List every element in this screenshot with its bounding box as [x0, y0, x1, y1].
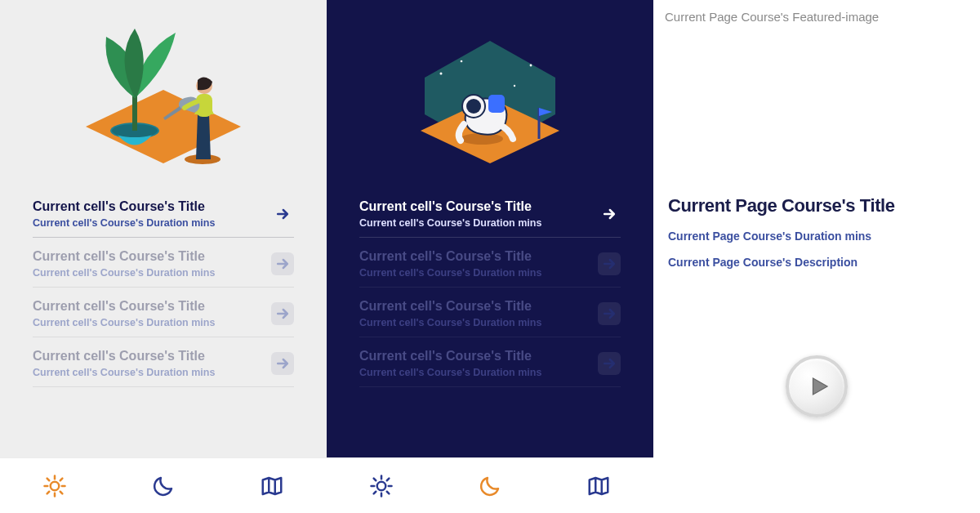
tab-map[interactable]: [258, 472, 286, 500]
svg-line-35: [386, 478, 389, 480]
tab-moon[interactable]: [149, 472, 177, 500]
course-list-light: Current cell's Course's Title Current ce…: [0, 188, 327, 457]
svg-point-26: [466, 99, 481, 114]
svg-line-32: [373, 478, 376, 480]
course-title: Current cell's Course's Title: [359, 349, 541, 364]
course-title: Current cell's Course's Title: [33, 349, 215, 364]
svg-line-12: [47, 478, 49, 480]
svg-line-34: [373, 491, 376, 493]
course-row[interactable]: Current cell's Course's Title Current ce…: [33, 238, 294, 288]
tab-sun[interactable]: [41, 472, 69, 500]
play-button[interactable]: [786, 355, 848, 417]
tab-bar: [327, 457, 653, 513]
panel-light: Current cell's Course's Title Current ce…: [0, 0, 327, 513]
arrow-right-icon[interactable]: [271, 252, 294, 275]
course-title: Current cell's Course's Title: [33, 299, 215, 314]
course-list-dark: Current cell's Course's Title Current ce…: [327, 188, 653, 457]
course-row[interactable]: Current cell's Course's Title Current ce…: [359, 337, 621, 387]
tab-moon[interactable]: [476, 472, 504, 500]
svg-point-19: [461, 60, 463, 63]
course-duration: Current cell's Course's Duration mins: [33, 267, 215, 279]
arrow-right-icon[interactable]: [598, 252, 621, 275]
course-duration: Current cell's Course's Duration mins: [359, 367, 541, 378]
svg-point-20: [530, 65, 532, 67]
svg-point-21: [514, 85, 515, 87]
featured-image-placeholder: Current Page Course's Featured-image: [653, 0, 980, 24]
arrow-right-icon[interactable]: [271, 352, 294, 375]
svg-marker-0: [86, 90, 241, 163]
course-title: Current cell's Course's Title: [359, 249, 541, 264]
course-title: Current cell's Course's Title: [359, 299, 541, 314]
arrow-right-icon[interactable]: [271, 203, 294, 225]
course-detail-title: Current Page Course's Title: [668, 195, 965, 216]
svg-line-33: [386, 491, 389, 493]
moon-icon: [151, 474, 176, 498]
course-row[interactable]: Current cell's Course's Title Current ce…: [33, 337, 294, 387]
svg-point-18: [440, 73, 443, 75]
svg-line-14: [47, 491, 49, 493]
course-title: Current cell's Course's Title: [33, 199, 215, 214]
svg-point-7: [50, 481, 59, 490]
panel-dark: Current cell's Course's Title Current ce…: [327, 0, 653, 513]
map-icon: [260, 474, 284, 498]
course-title: Current cell's Course's Title: [359, 199, 541, 214]
course-detail-description: Current Page Course's Description: [668, 256, 965, 269]
tab-map[interactable]: [585, 472, 612, 500]
course-row[interactable]: Current cell's Course's Title Current ce…: [33, 188, 294, 238]
tab-bar: [0, 457, 327, 513]
svg-rect-24: [488, 95, 505, 113]
hero-illustration-light: [0, 0, 327, 188]
astronaut-illustration: [384, 16, 596, 180]
map-icon: [586, 474, 611, 498]
play-icon: [807, 374, 831, 399]
arrow-right-icon[interactable]: [598, 203, 621, 225]
arrow-right-icon[interactable]: [598, 352, 621, 375]
course-title: Current cell's Course's Title: [33, 249, 215, 264]
svg-line-13: [60, 491, 62, 493]
tab-sun[interactable]: [368, 472, 395, 500]
hero-illustration-dark: [327, 0, 653, 188]
plant-watering-illustration: [57, 16, 270, 180]
arrow-right-icon[interactable]: [598, 302, 621, 325]
panel-course-detail: Current Page Course's Featured-image Cur…: [653, 0, 980, 513]
sun-icon: [369, 474, 394, 498]
course-duration: Current cell's Course's Duration mins: [359, 267, 541, 279]
course-duration: Current cell's Course's Duration mins: [33, 217, 215, 229]
sun-icon: [42, 474, 67, 498]
course-detail-duration: Current Page Course's Duration mins: [668, 230, 965, 243]
course-duration: Current cell's Course's Duration mins: [33, 367, 215, 378]
course-duration: Current cell's Course's Duration mins: [33, 317, 215, 328]
course-row[interactable]: Current cell's Course's Title Current ce…: [359, 238, 621, 288]
arrow-right-icon[interactable]: [271, 302, 294, 325]
course-duration: Current cell's Course's Duration mins: [359, 217, 541, 229]
course-row[interactable]: Current cell's Course's Title Current ce…: [359, 288, 621, 337]
svg-line-15: [60, 478, 62, 480]
course-duration: Current cell's Course's Duration mins: [359, 317, 541, 328]
svg-rect-3: [132, 94, 137, 131]
course-row[interactable]: Current cell's Course's Title Current ce…: [359, 188, 621, 238]
svg-point-27: [376, 481, 385, 490]
moon-icon: [478, 474, 502, 498]
course-row[interactable]: Current cell's Course's Title Current ce…: [33, 288, 294, 337]
